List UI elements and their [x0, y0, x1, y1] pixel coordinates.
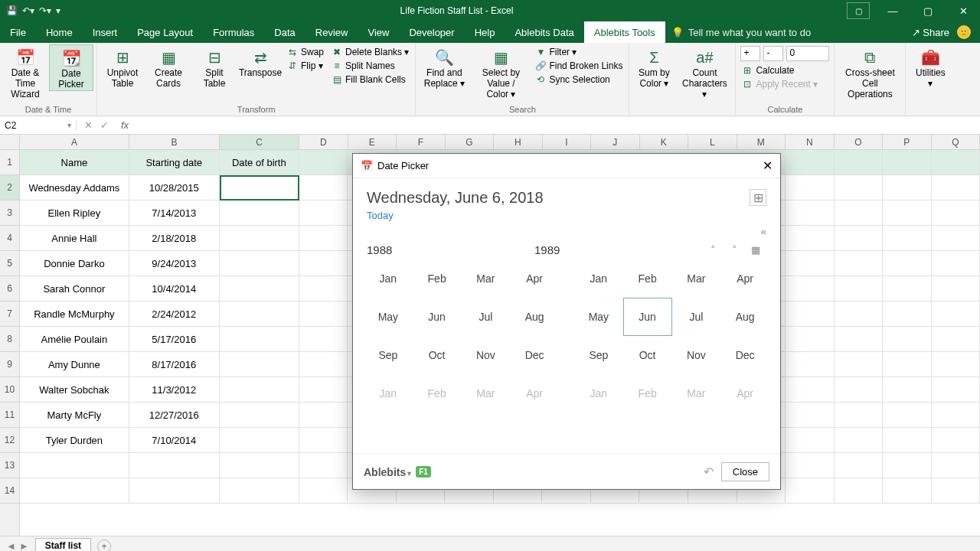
- cell[interactable]: 7/10/2014: [129, 428, 220, 453]
- feedback-icon[interactable]: 🙂: [957, 25, 971, 39]
- cell[interactable]: [220, 251, 299, 276]
- cell[interactable]: [786, 226, 835, 251]
- qat-dropdown-icon[interactable]: ▾: [56, 5, 60, 16]
- cell[interactable]: [220, 201, 299, 226]
- cell[interactable]: [299, 276, 348, 302]
- cell[interactable]: [129, 453, 220, 478]
- cell[interactable]: [299, 251, 348, 276]
- column-header[interactable]: G: [446, 135, 495, 149]
- cell[interactable]: 5/17/2016: [129, 327, 220, 352]
- month-cell[interactable]: Jul: [672, 298, 721, 336]
- column-header[interactable]: A: [20, 135, 129, 149]
- sheet-tab-active[interactable]: Staff list: [35, 538, 91, 551]
- cell[interactable]: [883, 428, 932, 453]
- cell[interactable]: [786, 251, 835, 276]
- month-cell-next-year[interactable]: Mar: [672, 374, 721, 412]
- close-button[interactable]: Close: [721, 462, 769, 481]
- row-header[interactable]: 4: [0, 226, 19, 251]
- cell[interactable]: Ellen Ripley: [20, 201, 129, 226]
- tab-view[interactable]: View: [358, 21, 399, 43]
- cell[interactable]: [786, 352, 835, 377]
- redo-icon[interactable]: ↷▾: [39, 5, 51, 16]
- cell[interactable]: [786, 201, 835, 226]
- share-button[interactable]: ↗ Share: [912, 27, 949, 38]
- cell[interactable]: [299, 302, 348, 327]
- cell[interactable]: [835, 251, 884, 276]
- cell[interactable]: [883, 403, 932, 428]
- tab-developer[interactable]: Developer: [399, 21, 464, 43]
- cell[interactable]: [220, 352, 299, 377]
- cell[interactable]: [835, 478, 884, 504]
- cell[interactable]: Name: [20, 150, 129, 175]
- row-header[interactable]: 3: [0, 201, 19, 226]
- unpivot-table-button[interactable]: ⊞Unpivot Table: [100, 44, 145, 90]
- cell[interactable]: [299, 478, 348, 504]
- delete-blanks-button[interactable]: ✖Delete Blanks ▾: [328, 46, 412, 58]
- column-header[interactable]: O: [835, 135, 884, 149]
- apply-recent-button[interactable]: ⊡Apply Recent ▾: [739, 78, 821, 90]
- row-header[interactable]: 11: [0, 403, 19, 428]
- month-cell[interactable]: Jun: [623, 298, 672, 336]
- row-header[interactable]: 6: [0, 276, 19, 302]
- fill-blank-cells-button[interactable]: ▤Fill Blank Cells: [328, 73, 412, 86]
- tab-ablebits-tools[interactable]: Ablebits Tools: [584, 21, 665, 43]
- month-cell[interactable]: Jun: [413, 298, 462, 336]
- cell[interactable]: [835, 226, 884, 251]
- cell[interactable]: [299, 428, 348, 453]
- tab-insert[interactable]: Insert: [83, 21, 128, 43]
- column-header[interactable]: M: [737, 135, 786, 149]
- tab-review[interactable]: Review: [305, 21, 358, 43]
- cell[interactable]: [883, 150, 932, 175]
- cell[interactable]: Amélie Poulain: [20, 327, 129, 352]
- tab-ablebits-data[interactable]: Ablebits Data: [505, 21, 583, 43]
- cell[interactable]: [220, 403, 299, 428]
- cell[interactable]: [299, 352, 348, 377]
- cell[interactable]: [786, 150, 835, 175]
- month-cell[interactable]: Mar: [672, 259, 721, 298]
- cell[interactable]: [220, 327, 299, 352]
- cell[interactable]: 9/24/2013: [129, 251, 220, 276]
- cell[interactable]: 2/18/2018: [129, 226, 220, 251]
- row-header[interactable]: 9: [0, 352, 19, 377]
- transpose-button[interactable]: ⇄Transpose: [238, 44, 283, 79]
- cell[interactable]: [883, 276, 932, 302]
- month-cell[interactable]: Oct: [623, 336, 672, 374]
- month-cell[interactable]: Jan: [574, 259, 623, 298]
- cell[interactable]: [835, 175, 884, 201]
- cell[interactable]: [883, 175, 932, 201]
- column-header[interactable]: P: [883, 135, 932, 149]
- month-cell[interactable]: Dec: [720, 336, 769, 374]
- month-cell[interactable]: Feb: [413, 259, 462, 298]
- cell[interactable]: Randle McMurphy: [20, 302, 129, 327]
- find-broken-links-button[interactable]: 🔗Find Broken Links: [532, 60, 626, 72]
- cell[interactable]: [786, 302, 835, 327]
- month-cell[interactable]: Jul: [462, 298, 511, 336]
- cell[interactable]: [786, 453, 835, 478]
- create-cards-button[interactable]: ▦Create Cards: [146, 44, 191, 90]
- cell[interactable]: [835, 403, 884, 428]
- cell[interactable]: [20, 478, 129, 504]
- row-header[interactable]: 1: [0, 150, 19, 175]
- row-header[interactable]: 13: [0, 453, 19, 478]
- close-button[interactable]: ✕: [946, 0, 980, 21]
- cell[interactable]: [786, 327, 835, 352]
- swap-button[interactable]: ⇆Swap: [284, 46, 327, 58]
- year-jump-button[interactable]: ▦: [745, 244, 766, 256]
- cell[interactable]: Marty McFly: [20, 403, 129, 428]
- sheet-nav[interactable]: ◄►: [6, 540, 29, 551]
- column-header[interactable]: H: [494, 135, 543, 149]
- cell[interactable]: [883, 453, 932, 478]
- cell[interactable]: [932, 377, 980, 403]
- cell[interactable]: [932, 276, 980, 302]
- cell[interactable]: [835, 352, 884, 377]
- month-cell-next-year[interactable]: Apr: [720, 374, 769, 412]
- column-header[interactable]: E: [348, 135, 397, 149]
- month-cell-next-year[interactable]: Jan: [364, 374, 413, 412]
- cell[interactable]: [786, 276, 835, 302]
- brand-label[interactable]: Ablebits▾: [364, 466, 411, 478]
- calc-minus-input[interactable]: -: [763, 46, 783, 61]
- cell[interactable]: [299, 327, 348, 352]
- month-cell-next-year[interactable]: Feb: [623, 374, 672, 412]
- cell[interactable]: 10/4/2014: [129, 276, 220, 302]
- month-cell[interactable]: Feb: [623, 259, 672, 298]
